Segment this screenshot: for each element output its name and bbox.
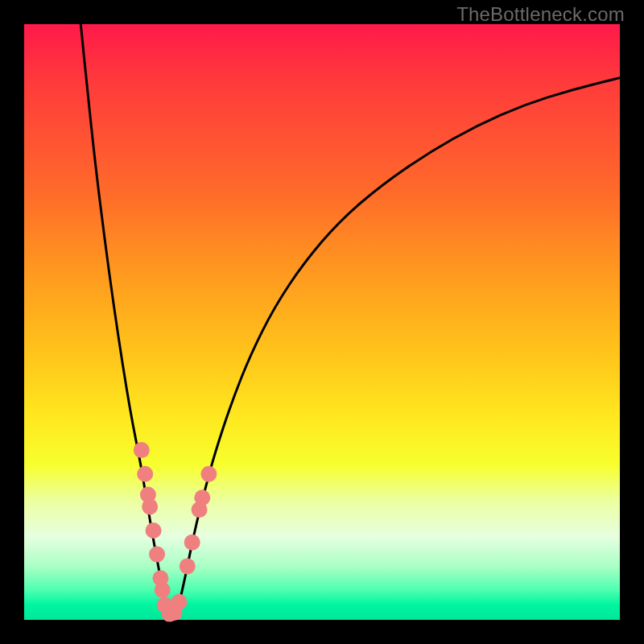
- data-point-marker: [146, 522, 162, 539]
- data-point-marker: [184, 535, 200, 551]
- curve-right-branch: [176, 78, 620, 617]
- data-point-marker: [142, 498, 158, 514]
- data-point-marker: [194, 489, 210, 506]
- data-point-marker: [171, 594, 187, 610]
- data-point-marker: [155, 582, 171, 598]
- chart-svg: [24, 24, 620, 620]
- data-point-marker: [180, 558, 196, 574]
- plot-area: [24, 24, 620, 620]
- data-point-marker: [200, 466, 217, 482]
- chart-frame: TheBottleneck.com: [0, 0, 644, 644]
- data-point-marker: [149, 547, 165, 563]
- watermark-text: TheBottleneck.com: [456, 3, 625, 26]
- data-point-marker: [137, 466, 153, 482]
- data-point-marker: [134, 442, 150, 458]
- scatter-markers: [134, 442, 217, 622]
